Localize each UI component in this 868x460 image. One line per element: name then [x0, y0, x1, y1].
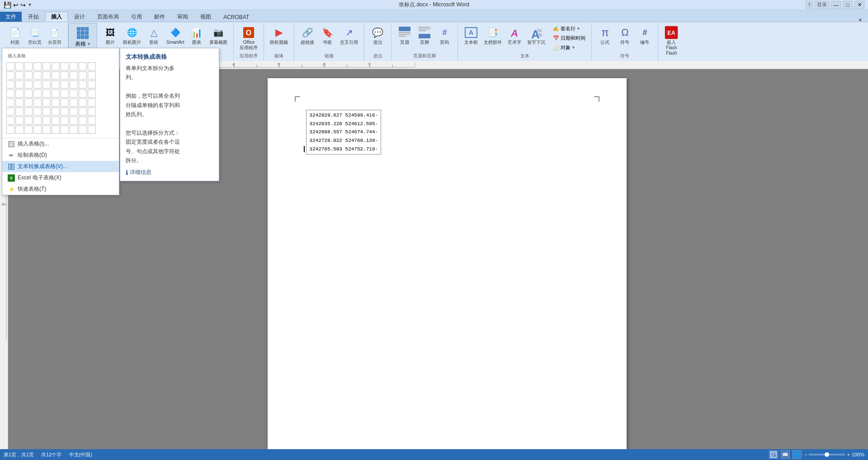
- tooltip-more-info-link[interactable]: ℹ 详细信息: [126, 169, 213, 176]
- tg-cell-3-6[interactable]: [52, 80, 60, 89]
- zoom-in-btn[interactable]: +: [847, 452, 849, 457]
- smartart-btn[interactable]: 🔷 SmartArt: [164, 24, 186, 47]
- tg-cell-5-9[interactable]: [79, 99, 87, 107]
- tg-cell-5-6[interactable]: [52, 99, 60, 107]
- table-insert-grid[interactable]: 插入表格: [2, 48, 119, 138]
- tg-cell-5-7[interactable]: [61, 99, 69, 107]
- restore-btn[interactable]: □: [843, 1, 853, 9]
- tab-references[interactable]: 引用: [125, 12, 148, 22]
- quick-table-menu-item[interactable]: ⚡ 快速表格(T): [2, 183, 119, 195]
- tg-cell-6-2[interactable]: [15, 108, 24, 116]
- tab-file[interactable]: 文件: [0, 12, 22, 22]
- web-layout-btn[interactable]: 🌐: [793, 451, 802, 459]
- tg-cell-6-9[interactable]: [79, 108, 87, 116]
- tg-cell-8-1[interactable]: [6, 126, 14, 134]
- read-mode-btn[interactable]: 📖: [781, 451, 790, 459]
- textbox-btn[interactable]: A 文本框: [462, 24, 481, 47]
- excel-sheet-menu-item[interactable]: X Excel 电子表格(X): [2, 172, 119, 183]
- close-btn[interactable]: ✕: [854, 1, 864, 9]
- tg-cell-7-9[interactable]: [79, 117, 87, 125]
- tg-cell-8-4[interactable]: [33, 126, 42, 134]
- wordart-btn[interactable]: A 艺术字: [505, 24, 524, 47]
- object-btn[interactable]: ⬜ 对象 ▼: [550, 43, 588, 52]
- tg-cell-3-1[interactable]: [6, 80, 14, 89]
- customize-qa-icon[interactable]: ▼: [28, 2, 32, 7]
- cover-page-btn[interactable]: 📄 封面: [5, 24, 24, 47]
- shapes-btn[interactable]: △ 形状: [144, 24, 163, 47]
- tg-cell-1-3[interactable]: [24, 62, 33, 70]
- page-number-btn[interactable]: # 页码: [435, 24, 454, 47]
- datetime-btn[interactable]: 📅 日期和时间: [550, 33, 588, 42]
- undo-icon[interactable]: ↩: [13, 1, 19, 9]
- equation-btn[interactable]: π 公式: [595, 24, 614, 47]
- tg-cell-6-6[interactable]: [52, 108, 60, 116]
- hyperlink-btn[interactable]: 🔗 超链接: [298, 24, 317, 47]
- tg-cell-8-6[interactable]: [52, 126, 60, 134]
- tg-cell-5-3[interactable]: [24, 99, 33, 107]
- tg-cell-4-2[interactable]: [15, 89, 24, 98]
- tg-cell-7-6[interactable]: [52, 117, 60, 125]
- tg-cell-7-5[interactable]: [42, 117, 51, 125]
- page-break-btn[interactable]: 📄 分页符: [45, 24, 64, 47]
- tg-cell-8-5[interactable]: [42, 126, 51, 134]
- tg-cell-7-8[interactable]: [70, 117, 78, 125]
- tg-cell-1-7[interactable]: [61, 62, 69, 70]
- tab-view[interactable]: 视图: [194, 12, 217, 22]
- tab-layout[interactable]: 页面布局: [91, 12, 125, 22]
- tg-cell-6-8[interactable]: [70, 108, 78, 116]
- tg-cell-3-8[interactable]: [70, 80, 78, 89]
- tg-cell-5-10[interactable]: [88, 99, 96, 107]
- picture-btn[interactable]: 🖼 图片: [101, 24, 120, 47]
- tg-cell-1-6[interactable]: [52, 62, 60, 70]
- tg-cell-6-10[interactable]: [88, 108, 96, 116]
- tg-cell-1-10[interactable]: [88, 62, 96, 70]
- tg-cell-1-4[interactable]: [33, 62, 42, 70]
- tg-cell-6-7[interactable]: [61, 108, 69, 116]
- footer-btn[interactable]: 页脚: [415, 24, 434, 47]
- tg-cell-1-2[interactable]: [15, 62, 24, 70]
- tg-cell-4-9[interactable]: [79, 89, 87, 98]
- tg-cell-2-10[interactable]: [88, 71, 96, 80]
- tab-home[interactable]: 开始: [22, 12, 45, 22]
- number-symbol-btn[interactable]: # 编号: [635, 24, 654, 47]
- dropcap-btn[interactable]: A bc de 首字下沉: [525, 24, 547, 47]
- signature-btn[interactable]: ✍ 签名行 ▼: [550, 24, 588, 33]
- page-info[interactable]: 第1页，共1页: [4, 451, 34, 458]
- help-btn[interactable]: ?: [806, 1, 813, 9]
- tg-cell-4-1[interactable]: [6, 89, 14, 98]
- bookmark-btn[interactable]: 🔖 书签: [318, 24, 337, 47]
- tg-cell-7-4[interactable]: [33, 117, 42, 125]
- tg-cell-4-4[interactable]: [33, 89, 42, 98]
- tg-cell-2-4[interactable]: [33, 71, 42, 80]
- tg-cell-7-2[interactable]: [15, 117, 24, 125]
- zoom-slider-track[interactable]: [809, 454, 845, 455]
- tab-review[interactable]: 审阅: [171, 12, 194, 22]
- tg-cell-7-7[interactable]: [61, 117, 69, 125]
- tg-cell-2-7[interactable]: [61, 71, 69, 80]
- print-layout-btn[interactable]: [769, 451, 778, 459]
- online-pictures-btn[interactable]: 🌐 联机图片: [121, 24, 143, 47]
- ribbon-collapse-btn[interactable]: ▲: [856, 17, 864, 22]
- tab-insert[interactable]: 插入: [45, 12, 68, 22]
- tg-cell-8-3[interactable]: [24, 126, 33, 134]
- tg-cell-1-9[interactable]: [79, 62, 87, 70]
- tg-cell-3-2[interactable]: [15, 80, 24, 89]
- tg-cell-5-8[interactable]: [70, 99, 78, 107]
- tg-cell-8-7[interactable]: [61, 126, 69, 134]
- tg-cell-2-5[interactable]: [42, 71, 51, 80]
- tg-cell-8-2[interactable]: [15, 126, 24, 134]
- symbol-btn[interactable]: Ω 符号: [615, 24, 634, 47]
- tg-cell-6-4[interactable]: [33, 108, 42, 116]
- tg-cell-2-3[interactable]: [24, 71, 33, 80]
- tg-cell-2-1[interactable]: [6, 71, 14, 80]
- tab-mailings[interactable]: 邮件: [148, 12, 171, 22]
- tab-design[interactable]: 设计: [68, 12, 91, 22]
- tg-cell-1-8[interactable]: [70, 62, 78, 70]
- tg-cell-2-8[interactable]: [70, 71, 78, 80]
- tg-cell-2-9[interactable]: [79, 71, 87, 80]
- tg-cell-3-10[interactable]: [88, 80, 96, 89]
- blank-page-btn[interactable]: 📃 空白页: [25, 24, 44, 47]
- tg-cell-8-10[interactable]: [88, 126, 96, 134]
- draw-table-menu-item[interactable]: ✏ 绘制表格(D): [2, 150, 119, 161]
- insert-table-menu-item[interactable]: 插入表格(I)...: [2, 138, 119, 150]
